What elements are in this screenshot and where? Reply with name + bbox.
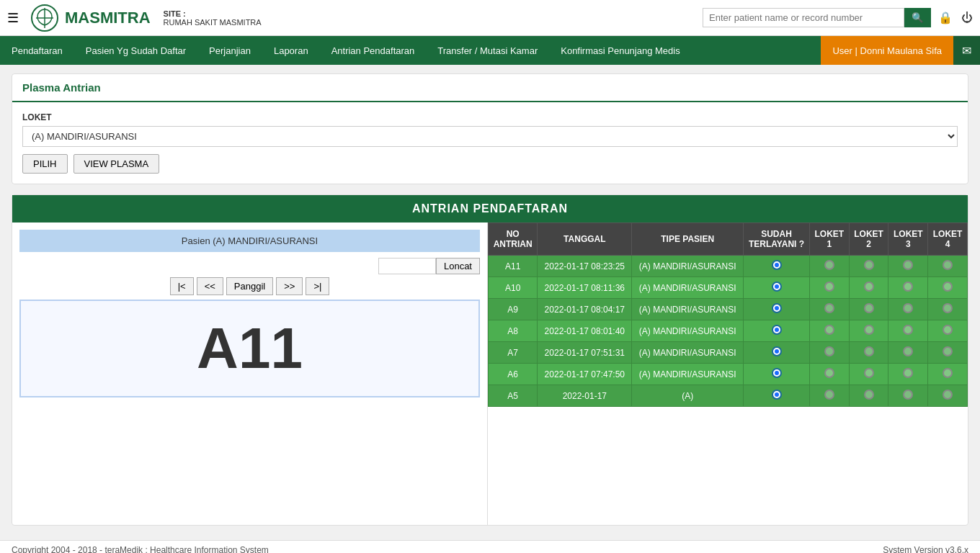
loncat-row: Loncat xyxy=(19,258,480,274)
nav-item-laporan[interactable]: Laporan xyxy=(262,36,320,65)
cell-loket4 xyxy=(928,385,968,407)
cell-terlayani xyxy=(744,364,810,385)
nav-item-pasien[interactable]: Pasien Yg Sudah Daftar xyxy=(74,36,197,65)
radio-empty-icon xyxy=(824,390,834,400)
table-row: A102022-01-17 08:11:36(A) MANDIRI/ASURAN… xyxy=(489,277,968,299)
search-button[interactable]: 🔍 xyxy=(904,8,931,27)
notification-bell[interactable]: ✉ xyxy=(953,36,980,65)
table-row: A112022-01-17 08:23:25(A) MANDIRI/ASURAN… xyxy=(489,256,968,277)
cell-loket4 xyxy=(928,256,968,277)
cell-loket4 xyxy=(928,299,968,320)
footer-right: System Version v3.6.x xyxy=(883,545,968,553)
lock-icon[interactable]: 🔒 xyxy=(938,11,953,24)
col-loket2: LOKET2 xyxy=(849,223,888,256)
col-tipe-pasien: TIPE PASIEN xyxy=(632,223,744,256)
nav-prev-button[interactable]: << xyxy=(197,277,223,295)
cell-loket2 xyxy=(849,277,888,299)
footer-left: Copyright 2004 - 2018 - teraMedik : Heal… xyxy=(12,545,269,553)
cell-loket3 xyxy=(888,277,928,299)
view-plasma-button[interactable]: VIEW PLASMA xyxy=(74,154,160,174)
nav-item-perjanjian[interactable]: Perjanjian xyxy=(197,36,262,65)
cell-loket1 xyxy=(809,256,849,277)
search-input[interactable] xyxy=(703,8,904,27)
radio-empty-icon xyxy=(864,368,874,378)
site-info: SITE : RUMAH SAKIT MASMITRA xyxy=(164,9,262,27)
cell-loket4 xyxy=(928,320,968,342)
antrian-table-body: A112022-01-17 08:23:25(A) MANDIRI/ASURAN… xyxy=(489,256,968,407)
radio-empty-icon xyxy=(943,282,953,292)
loket-label: LOKET xyxy=(22,112,958,122)
logo-area: ☰ MASMITRA SITE : RUMAH SAKIT MASMITRA xyxy=(7,4,703,32)
cell-tanggal: 2022-01-17 08:11:36 xyxy=(538,277,632,299)
radio-checked-icon xyxy=(772,325,782,335)
radio-empty-icon xyxy=(903,390,913,400)
cell-loket2 xyxy=(849,256,888,277)
plasma-card-header: Plasma Antrian xyxy=(12,74,968,102)
cell-loket1 xyxy=(809,299,849,320)
cell-terlayani xyxy=(744,256,810,277)
cell-no: A9 xyxy=(489,299,538,320)
col-loket3: LOKET3 xyxy=(888,223,928,256)
cell-loket4 xyxy=(928,364,968,385)
cell-loket4 xyxy=(928,342,968,364)
antrian-left-panel: Pasien (A) MANDIRI/ASURANSI Loncat |< <<… xyxy=(12,222,488,525)
cell-loket2 xyxy=(849,364,888,385)
cell-tanggal: 2022-01-17 07:47:50 xyxy=(538,364,632,385)
power-icon[interactable]: ⏻ xyxy=(961,12,973,24)
cell-tipe: (A) MANDIRI/ASURANSI xyxy=(632,342,744,364)
table-row: A92022-01-17 08:04:17(A) MANDIRI/ASURANS… xyxy=(489,299,968,320)
radio-empty-icon xyxy=(903,368,913,378)
cell-loket3 xyxy=(888,364,928,385)
radio-checked-icon xyxy=(772,282,782,292)
cell-loket1 xyxy=(809,364,849,385)
radio-checked-icon xyxy=(772,390,782,400)
cell-tipe: (A) MANDIRI/ASURANSI xyxy=(632,256,744,277)
table-row: A52022-01-17(A) xyxy=(489,385,968,407)
search-area: 🔍 xyxy=(703,8,931,27)
cell-terlayani xyxy=(744,342,810,364)
cell-loket4 xyxy=(928,277,968,299)
nav-panggil-button[interactable]: Panggil xyxy=(226,277,273,295)
nav-item-antrian[interactable]: Antrian Pendaftaran xyxy=(320,36,427,65)
radio-empty-icon xyxy=(864,303,874,313)
nav-next-button[interactable]: >> xyxy=(276,277,303,295)
radio-empty-icon xyxy=(943,303,953,313)
radio-empty-icon xyxy=(903,325,913,335)
cell-loket2 xyxy=(849,320,888,342)
cell-no: A5 xyxy=(489,385,538,407)
table-header-row: NOANTRIAN TANGGAL TIPE PASIEN SUDAHTERLA… xyxy=(489,223,968,256)
nav-first-button[interactable]: |< xyxy=(170,277,194,295)
radio-empty-icon xyxy=(864,346,874,356)
cell-tipe: (A) MANDIRI/ASURANSI xyxy=(632,299,744,320)
hamburger-icon[interactable]: ☰ xyxy=(7,10,19,26)
col-sudah-terlayani: SUDAHTERLAYANI ? xyxy=(744,223,810,256)
loncat-input[interactable] xyxy=(378,258,436,274)
cell-tipe: (A) MANDIRI/ASURANSI xyxy=(632,320,744,342)
antrian-table: NOANTRIAN TANGGAL TIPE PASIEN SUDAHTERLA… xyxy=(488,222,968,407)
radio-empty-icon xyxy=(903,282,913,292)
plasma-card-body: LOKET (A) MANDIRI/ASURANSI PILIH VIEW PL… xyxy=(12,102,968,184)
radio-empty-icon xyxy=(943,368,953,378)
pilih-button[interactable]: PILIH xyxy=(22,154,68,174)
antrian-nav: |< << Panggil >> >| xyxy=(19,277,480,295)
nav-last-button[interactable]: >| xyxy=(306,277,329,295)
cell-loket3 xyxy=(888,299,928,320)
loket-select[interactable]: (A) MANDIRI/ASURANSI xyxy=(22,126,958,147)
antrian-table-wrapper: NOANTRIAN TANGGAL TIPE PASIEN SUDAHTERLA… xyxy=(488,222,968,525)
cell-loket3 xyxy=(888,256,928,277)
user-menu[interactable]: User | Donni Maulana Sifa xyxy=(821,36,953,65)
cell-tanggal: 2022-01-17 08:23:25 xyxy=(538,256,632,277)
antrian-number-display: A11 xyxy=(19,300,480,397)
table-row: A72022-01-17 07:51:31(A) MANDIRI/ASURANS… xyxy=(489,342,968,364)
site-name: RUMAH SAKIT MASMITRA xyxy=(164,18,262,27)
footer: Copyright 2004 - 2018 - teraMedik : Heal… xyxy=(0,540,980,553)
cell-tipe: (A) MANDIRI/ASURANSI xyxy=(632,364,744,385)
nav-item-transfer[interactable]: Transfer / Mutasi Kamar xyxy=(426,36,549,65)
radio-checked-icon xyxy=(772,303,782,313)
radio-empty-icon xyxy=(943,390,953,400)
nav-item-pendaftaran[interactable]: Pendaftaran xyxy=(0,36,74,65)
cell-tanggal: 2022-01-17 xyxy=(538,385,632,407)
nav-item-konfirmasi[interactable]: Konfirmasi Penunjang Medis xyxy=(549,36,691,65)
radio-empty-icon xyxy=(943,260,953,270)
loncat-button[interactable]: Loncat xyxy=(436,258,480,274)
